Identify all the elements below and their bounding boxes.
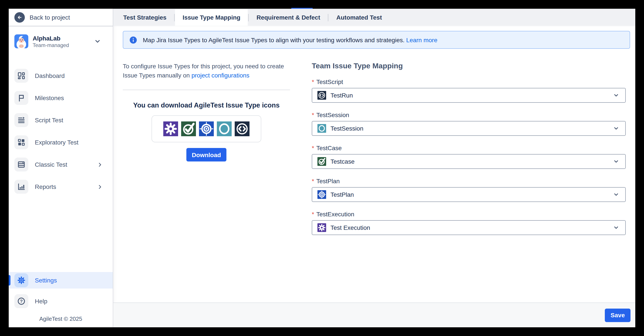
testsession-select[interactable]: TestSession (312, 121, 626, 136)
tab-bar: Test Strategies Issue Type Mapping Requi… (113, 9, 635, 26)
field-testplan: *TestPlan TestPlan (312, 178, 626, 202)
mapping-heading: Team Issue Type Mapping (312, 62, 626, 70)
tab-separator (248, 14, 249, 21)
issue-type-icon-box (152, 115, 261, 142)
back-arrow-icon (14, 12, 25, 22)
tab-test-strategies[interactable]: Test Strategies (116, 9, 174, 26)
tab-separator (328, 14, 328, 21)
download-heading: You can download AgileTest Issue Type ic… (123, 101, 290, 109)
back-to-project-label: Back to project (30, 14, 70, 21)
sidebar-item-label: Help (35, 298, 48, 305)
field-label: *TestScript (312, 78, 626, 85)
stacked-rows-icon (14, 158, 28, 171)
info-icon (129, 36, 137, 44)
sidebar-item-settings[interactable]: Settings (9, 272, 113, 289)
flag-icon (14, 91, 28, 105)
sidebar-item-label: Reports (35, 183, 56, 190)
left-panel: To configure Issue Types for this projec… (123, 62, 290, 244)
chevron-down-icon (613, 225, 619, 231)
tab-issue-type-mapping[interactable]: Issue Type Mapping (175, 9, 248, 26)
required-marker: * (312, 211, 314, 218)
download-button[interactable]: Download (186, 148, 227, 161)
sidebar-item-label: Script Test (35, 117, 63, 124)
content-columns: To configure Issue Types for this projec… (113, 62, 635, 244)
circle-icon (217, 121, 232, 136)
screen: Back to project (0, 0, 644, 336)
learn-more-link[interactable]: Learn more (406, 36, 438, 43)
sidebar-item-script-test[interactable]: Script Test (9, 113, 113, 127)
sidebar-item-dashboard[interactable]: Dashboard (9, 69, 113, 83)
testscript-select[interactable]: TestRun (312, 88, 626, 103)
sidebar-item-label: Settings (35, 277, 57, 284)
code-circle-icon (318, 91, 326, 100)
field-label: *TestSession (312, 111, 626, 118)
gear-icon (163, 121, 178, 136)
tab-automated-test[interactable]: Automated Test (329, 9, 390, 26)
project-avatar (14, 34, 28, 48)
sidebar-item-label: Dashboard (35, 72, 65, 79)
chevron-down-icon (613, 92, 619, 98)
tab-content: Map Jira Issue Types to AgileTest Issue … (113, 26, 635, 303)
project-name: AlphaLab (33, 35, 69, 42)
required-marker: * (312, 78, 314, 85)
tab-requirement-defect[interactable]: Requirement & Defect (249, 9, 328, 26)
field-testsession: *TestSession TestSession (312, 111, 626, 136)
field-testexecution: *TestExecution Test Execution (312, 211, 626, 235)
script-lines-icon (14, 113, 28, 127)
circle-icon (318, 124, 326, 133)
chevron-right-icon (97, 184, 103, 190)
gear-icon (318, 223, 326, 232)
select-value: TestRun (330, 92, 353, 99)
bar-chart-icon (14, 180, 28, 194)
chevron-down-icon (613, 125, 619, 131)
chevron-down-icon (613, 158, 619, 165)
testcase-select[interactable]: Testcase (312, 154, 626, 169)
exploratory-grid-icon (14, 135, 28, 149)
field-label: *TestPlan (312, 178, 626, 185)
active-indicator (9, 275, 10, 286)
select-value: TestPlan (330, 191, 354, 198)
main-area: Test Strategies Issue Type Mapping Requi… (113, 9, 635, 327)
chevron-down-icon (613, 192, 619, 198)
target-icon (318, 190, 326, 199)
sidebar-item-label: Exploratory Test (35, 139, 78, 146)
required-marker: * (312, 111, 314, 118)
field-label: *TestExecution (312, 211, 626, 218)
svg-text:?: ? (20, 299, 23, 304)
chevron-right-icon (97, 162, 103, 167)
sidebar-body: AlphaLab Team-managed (9, 26, 113, 327)
required-marker: * (312, 144, 314, 151)
sidebar-item-label: Classic Test (35, 161, 67, 168)
check-circle-icon (318, 157, 326, 166)
testexecution-select[interactable]: Test Execution (312, 220, 626, 235)
sidebar-item-help[interactable]: ? Help (9, 293, 113, 310)
sidebar-item-classic-test[interactable]: Classic Test (9, 158, 113, 171)
help-icon: ? (14, 294, 28, 308)
target-icon (199, 121, 214, 136)
project-configurations-link[interactable]: project configurations (191, 72, 249, 79)
field-testcase: *TestCase Testcase (312, 144, 626, 169)
sidebar-item-exploratory-test[interactable]: Exploratory Test (9, 135, 113, 149)
select-value: Test Execution (330, 224, 370, 231)
back-to-project-button[interactable]: Back to project (9, 9, 113, 26)
dashboard-icon (14, 69, 28, 83)
field-testscript: *TestScript TestRun (312, 78, 626, 103)
testplan-select[interactable]: TestPlan (312, 187, 626, 202)
save-button[interactable]: Save (605, 308, 630, 322)
select-value: Testcase (330, 158, 355, 165)
banner-text: Map Jira Issue Types to AgileTest Issue … (143, 36, 438, 43)
select-value: TestSession (330, 125, 363, 132)
field-label: *TestCase (312, 144, 626, 151)
footer-bar: Save (113, 303, 635, 327)
sidebar-item-reports[interactable]: Reports (9, 180, 113, 194)
tab-separator (174, 14, 175, 21)
chevron-down-icon (94, 38, 101, 45)
divider (123, 90, 290, 90)
info-banner: Map Jira Issue Types to AgileTest Issue … (123, 31, 630, 49)
project-switcher[interactable]: AlphaLab Team-managed (9, 33, 113, 49)
project-type: Team-managed (33, 42, 69, 48)
mapping-panel: Team Issue Type Mapping *TestScript Test… (312, 62, 626, 244)
required-marker: * (312, 178, 314, 185)
sidebar: Back to project (9, 9, 113, 327)
sidebar-item-milestones[interactable]: Milestones (9, 91, 113, 105)
